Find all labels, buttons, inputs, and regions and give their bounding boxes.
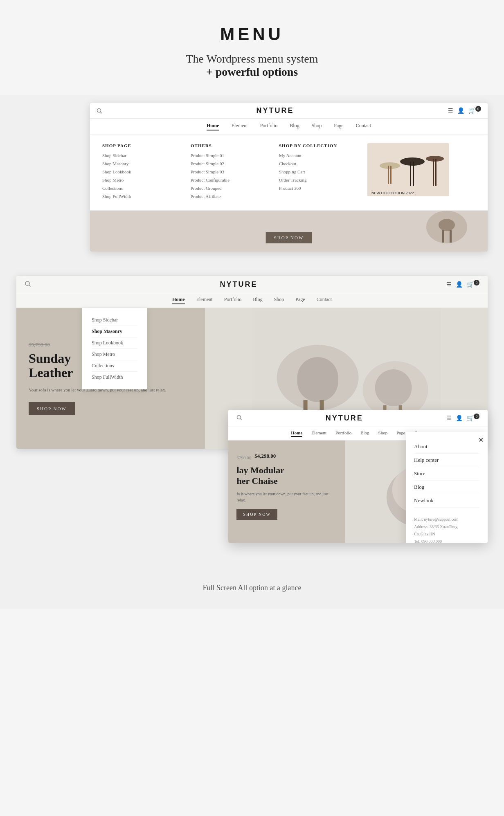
- cart-icon-3[interactable]: 🛒0: [467, 415, 479, 422]
- hero-title-3: lay Modular her Chaise: [236, 465, 337, 487]
- nav2-page[interactable]: Page: [295, 297, 305, 304]
- shop-now-button-1[interactable]: SHOP NOW: [266, 232, 312, 243]
- list-item[interactable]: Shop FullWidth: [102, 194, 174, 199]
- search-area[interactable]: [97, 108, 102, 114]
- svg-line-18: [29, 285, 31, 287]
- mega-col-image: NEW COLLECTION 2022: [367, 143, 475, 202]
- nav-blog[interactable]: Blog: [290, 123, 299, 130]
- search-icon-3[interactable]: [236, 415, 242, 422]
- nav-contact[interactable]: Contact: [356, 123, 371, 130]
- search-icon: [97, 108, 102, 114]
- nav3-shop[interactable]: Shop: [378, 430, 388, 437]
- svg-text:NEW COLLECTION 2022: NEW COLLECTION 2022: [371, 191, 414, 195]
- page-title: MENU: [8, 25, 496, 44]
- hamburger-icon-2[interactable]: ☰: [446, 281, 452, 288]
- list-item[interactable]: Product Grouped: [191, 186, 263, 191]
- mega-menu: SHOP PAGE Shop Sidebar Shop Masonry Shop…: [90, 135, 488, 211]
- dropdown-item-lookbook[interactable]: Shop Lookbook: [92, 337, 137, 349]
- svg-rect-5: [390, 166, 392, 184]
- list-item[interactable]: Product 360: [279, 186, 351, 191]
- dropdown-item-collections[interactable]: Collections: [92, 360, 137, 372]
- nav-portfolio[interactable]: Portfolio: [260, 123, 278, 130]
- list-item[interactable]: Shop Metro: [102, 178, 174, 182]
- list-item[interactable]: Product Simple 03: [191, 169, 263, 174]
- nav2-element[interactable]: Element: [196, 297, 213, 304]
- list-item[interactable]: Product Simple 01: [191, 153, 263, 158]
- dropdown-item-sidebar[interactable]: Shop Sidebar: [92, 315, 137, 326]
- nav2-contact[interactable]: Contact: [317, 297, 332, 304]
- dropdown-item-masonry[interactable]: Shop Masonry: [92, 326, 137, 337]
- nav3-home[interactable]: Home: [291, 430, 302, 437]
- cart-icon-2[interactable]: 🛒0: [467, 281, 479, 288]
- close-icon[interactable]: ✕: [478, 436, 484, 444]
- hero-desc-3: fa is where you let your down, put your …: [236, 491, 337, 503]
- mockup1-wrapper: Fully customizable built-in Mega Menu NY…: [16, 103, 488, 252]
- list-item[interactable]: Shop Masonry: [102, 161, 174, 166]
- svg-rect-10: [433, 159, 434, 186]
- nav2-portfolio[interactable]: Portfolio: [224, 297, 242, 304]
- mockup1-desktop: NYTURE ☰ 👤 🛒0 Home Element Portfolio Blo…: [90, 103, 488, 252]
- hero-area-1: SHOP NOW: [90, 211, 488, 252]
- cart-icon[interactable]: 🛒0: [468, 107, 481, 114]
- sidebar-helpcenter[interactable]: Help center: [414, 454, 479, 467]
- header-icons: ☰ 👤 🛒0: [448, 107, 481, 114]
- sidebar-newlook[interactable]: Newlook: [414, 494, 479, 508]
- user-icon-2[interactable]: 👤: [456, 281, 463, 288]
- svg-rect-11: [435, 159, 436, 186]
- list-item[interactable]: Collections: [102, 186, 174, 191]
- nav3-element[interactable]: Element: [311, 430, 326, 437]
- hamburger-icon-3[interactable]: ☰: [446, 415, 452, 422]
- list-item[interactable]: My Account: [279, 153, 351, 158]
- svg-point-6: [400, 157, 425, 166]
- svg-point-17: [25, 281, 29, 285]
- nav2-shop[interactable]: Shop: [274, 297, 284, 304]
- dropdown-item-metro[interactable]: Shop Metro: [92, 349, 137, 360]
- mockup3-sidebar: NYTURE ☰ 👤 🛒0 Home Element Portfolio Blo…: [228, 410, 488, 543]
- sidebar-store[interactable]: Store: [414, 467, 479, 481]
- svg-rect-8: [413, 162, 414, 186]
- svg-rect-15: [442, 230, 444, 243]
- shop-now-button-2[interactable]: SHOP NOW: [29, 402, 75, 415]
- shop-page-list: Shop Sidebar Shop Masonry Shop Lookbook …: [102, 153, 174, 199]
- list-item[interactable]: Checkout: [279, 161, 351, 166]
- nav2-home[interactable]: Home: [172, 297, 185, 304]
- svg-rect-2: [367, 143, 449, 196]
- user-icon[interactable]: 👤: [457, 107, 464, 114]
- header-icons-2: ☰ 👤 🛒0: [446, 281, 479, 288]
- svg-rect-4: [388, 166, 389, 184]
- hamburger-icon[interactable]: ☰: [448, 107, 453, 114]
- hero-chair-1: [398, 207, 479, 247]
- browser-bar-1: NYTURE ☰ 👤 🛒0: [90, 103, 488, 119]
- nav2-blog[interactable]: Blog: [253, 297, 262, 304]
- subtitle: The Wordpress menu system + powerful opt…: [8, 52, 496, 79]
- collection-image: NEW COLLECTION 2022: [367, 143, 449, 196]
- svg-rect-14: [439, 219, 455, 231]
- subtitle-regular: The Wordpress menu system: [8, 52, 496, 65]
- list-item[interactable]: Shopping Cart: [279, 169, 351, 174]
- nav-element[interactable]: Element: [232, 123, 248, 130]
- shop-now-button-3[interactable]: SHOP NOW: [236, 509, 277, 520]
- sidebar-menu: ✕ About Help center Store Blog Newlook M…: [406, 432, 488, 543]
- dropdown-item-fullwidth[interactable]: Shop FullWidth: [92, 372, 137, 383]
- nav3-page[interactable]: Page: [396, 430, 405, 437]
- nav3-blog[interactable]: Blog: [360, 430, 369, 437]
- svg-point-28: [237, 415, 241, 419]
- list-item[interactable]: Product Simple 02: [191, 161, 263, 166]
- mega-col-collection: SHOP BY COLLECTION My Account Checkout S…: [279, 143, 351, 202]
- nav-page[interactable]: Page: [334, 123, 343, 130]
- nav-shop[interactable]: Shop: [312, 123, 322, 130]
- header-icons-3: ☰ 👤 🛒0: [446, 415, 479, 422]
- list-item[interactable]: Order Tracking: [279, 178, 351, 182]
- sidebar-about[interactable]: About: [414, 440, 479, 454]
- search-icon-2[interactable]: [25, 281, 31, 289]
- sidebar-blog[interactable]: Blog: [414, 481, 479, 494]
- list-item[interactable]: Product Affiliate: [191, 194, 263, 199]
- list-item[interactable]: Shop Sidebar: [102, 153, 174, 158]
- list-item[interactable]: Shop Lookbook: [102, 169, 174, 174]
- list-item[interactable]: Product Configurable: [191, 178, 263, 182]
- nav-home[interactable]: Home: [207, 123, 219, 130]
- price-new-3: $4,298.00: [254, 453, 276, 459]
- stools-illustration: NEW COLLECTION 2022: [367, 143, 449, 196]
- nav3-portfolio[interactable]: Portfolio: [335, 430, 351, 437]
- user-icon-3[interactable]: 👤: [456, 415, 463, 422]
